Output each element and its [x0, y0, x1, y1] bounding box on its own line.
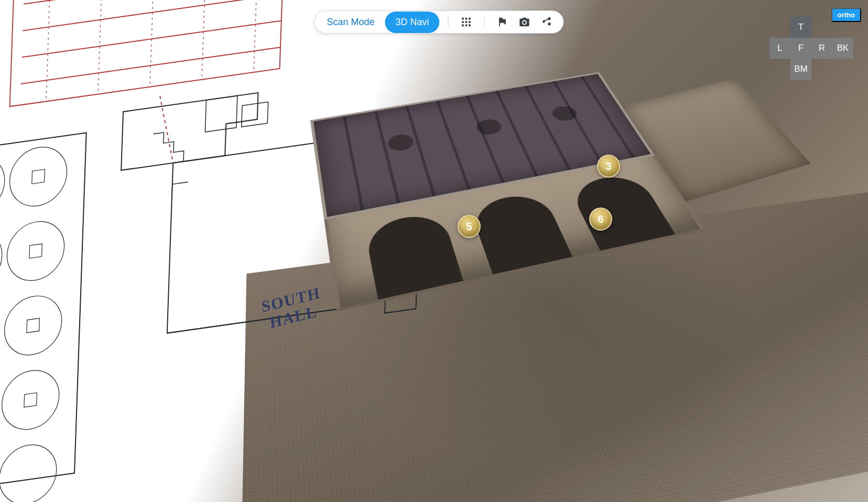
toolbar-divider	[484, 16, 485, 28]
arch-opening	[567, 172, 675, 251]
svg-rect-20	[24, 392, 37, 407]
svg-rect-1	[0, 133, 86, 493]
scan-mode-button[interactable]: Scan Mode	[316, 12, 385, 33]
viewcube-front[interactable]: F	[790, 38, 811, 59]
share-icon	[541, 16, 552, 28]
viewcube-right[interactable]: R	[811, 38, 832, 59]
svg-rect-16	[29, 244, 42, 258]
top-toolbar: Scan Mode 3D Navi	[314, 10, 563, 34]
grid-button[interactable]	[457, 13, 476, 31]
svg-point-7	[0, 301, 1, 367]
scan-marker[interactable]: 3	[597, 155, 620, 178]
arch-opening	[364, 211, 463, 300]
viewcube-left[interactable]: L	[769, 38, 790, 59]
toolbar-divider	[448, 16, 449, 28]
svg-point-12	[0, 441, 58, 502]
share-button[interactable]	[537, 13, 556, 31]
projection-toggle[interactable]: ortho	[831, 8, 861, 22]
svg-rect-18	[27, 318, 40, 333]
viewcube: T L F R BK BM	[769, 17, 853, 80]
svg-point-5	[0, 226, 3, 293]
svg-point-6	[6, 218, 66, 285]
svg-point-3	[0, 152, 6, 219]
mode-toggle: Scan Mode 3D Navi	[316, 12, 439, 33]
viewcube-back[interactable]: BK	[832, 38, 853, 59]
scan-marker[interactable]: 5	[458, 215, 481, 238]
camera-icon	[519, 16, 530, 28]
scan-marker[interactable]: 6	[589, 208, 612, 231]
viewcube-bottom[interactable]: BM	[790, 59, 811, 80]
svg-point-10	[1, 367, 60, 433]
viewport-3d[interactable]: SOUTH HALL 365 Scan Mode 3D Navi	[0, 0, 868, 502]
flag-icon	[497, 16, 508, 28]
svg-rect-14	[32, 169, 45, 184]
flag-button[interactable]	[493, 13, 512, 31]
svg-point-8	[4, 292, 63, 359]
3d-navi-button[interactable]: 3D Navi	[385, 12, 440, 33]
svg-rect-2	[0, 133, 86, 493]
arch-opening	[469, 191, 573, 275]
snapshot-button[interactable]	[515, 13, 534, 31]
grid-icon	[461, 16, 472, 28]
svg-point-4	[9, 144, 68, 210]
viewcube-top[interactable]: T	[790, 17, 811, 38]
